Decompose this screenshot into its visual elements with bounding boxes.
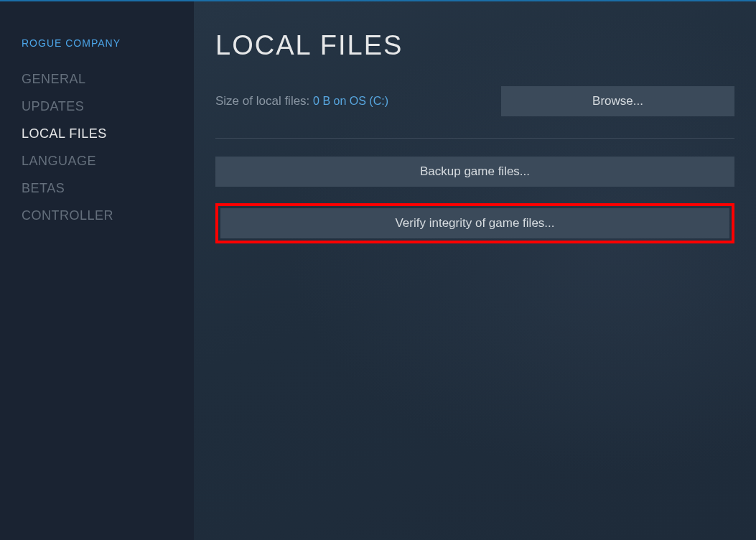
sidebar-item-betas[interactable]: BETAS: [22, 181, 194, 196]
main-content: LOCAL FILES Size of local files: 0 B on …: [194, 1, 756, 540]
sidebar: ROGUE COMPANY GENERAL UPDATES LOCAL FILE…: [0, 1, 194, 540]
sidebar-item-local-files[interactable]: LOCAL FILES: [22, 126, 194, 141]
size-row: Size of local files: 0 B on OS (C:) Brow…: [215, 86, 734, 116]
sidebar-item-controller[interactable]: CONTROLLER: [22, 208, 194, 223]
browse-button[interactable]: Browse...: [501, 86, 734, 116]
size-label: Size of local files:: [215, 94, 313, 108]
sidebar-item-updates[interactable]: UPDATES: [22, 99, 194, 114]
verify-highlight: Verify integrity of game files...: [215, 203, 734, 243]
page-title: LOCAL FILES: [215, 30, 734, 61]
app-title: ROGUE COMPANY: [22, 37, 194, 49]
size-value: 0 B on OS (C:): [313, 95, 388, 107]
sidebar-item-general[interactable]: GENERAL: [22, 72, 194, 87]
backup-button[interactable]: Backup game files...: [215, 157, 734, 187]
sidebar-item-language[interactable]: LANGUAGE: [22, 154, 194, 169]
divider: [215, 138, 734, 139]
verify-button[interactable]: Verify integrity of game files...: [220, 208, 729, 238]
